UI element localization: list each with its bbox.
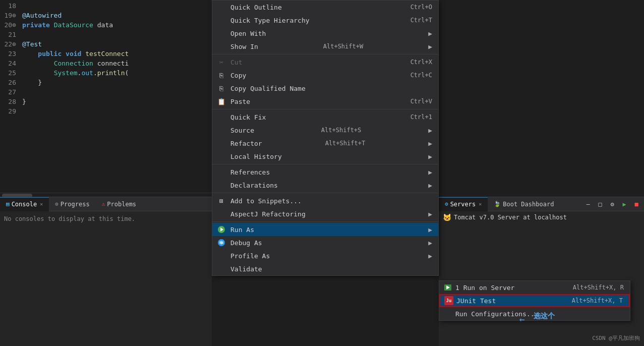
menu-item-refactor[interactable]: Refactor Alt+Shift+T ▶ xyxy=(212,137,438,150)
server-entry: 🐱 Tomcat v7.0 Server at localhost xyxy=(439,211,644,223)
code-content: @Autowired private DataSource data @Test… xyxy=(20,0,212,116)
tab-problems[interactable]: ⚠ Problems xyxy=(96,197,142,211)
run-label: 1 Run on Server xyxy=(455,284,514,292)
tomcat-icon: 🐱 xyxy=(443,213,451,221)
arrow-icon: ▶ xyxy=(428,252,432,260)
menu-label: AspectJ Refactoring xyxy=(230,210,306,218)
annotation-label: 选这个 xyxy=(534,312,555,321)
bottom-tabs: ▤ Console ✕ ⊙ Progress ⚠ Problems xyxy=(0,197,212,211)
menu-item-copy[interactable]: ⎘ Copy Ctrl+C xyxy=(212,69,438,82)
menu-item-add-to-snippets[interactable]: ⊞ Add to Snippets... xyxy=(212,194,438,207)
arrow-icon: ▶ xyxy=(428,140,432,147)
menu-label: Quick Type Hierarchy xyxy=(230,17,310,24)
tab-close-icon[interactable]: ✕ xyxy=(40,197,43,211)
arrow-icon: ▶ xyxy=(428,127,432,134)
copy-qualified-icon: ⎘ xyxy=(216,85,226,92)
stop-server-button[interactable]: ■ xyxy=(631,199,642,210)
menu-item-quick-fix[interactable]: Quick Fix Ctrl+1 xyxy=(212,110,438,124)
servers-icon: ⚙ xyxy=(445,197,448,211)
menu-item-quick-type-hierarchy[interactable]: Quick Type Hierarchy Ctrl+T xyxy=(212,14,438,27)
run-icon xyxy=(216,226,226,233)
menu-label: Copy xyxy=(230,72,246,79)
arrow-icon: ▶ xyxy=(428,43,432,50)
menu-label: Source xyxy=(230,127,254,134)
menu-item-aspectj[interactable]: AspectJ Refactoring ▶ xyxy=(212,207,438,220)
bottom-panel: ▤ Console ✕ ⊙ Progress ⚠ Problems No con… xyxy=(0,197,212,346)
menu-item-local-history[interactable]: Local History ▶ xyxy=(212,150,438,163)
console-icon: ▤ xyxy=(6,197,10,211)
menu-label: Open With xyxy=(230,30,266,37)
menu-item-cut[interactable]: ✂ Cut Ctrl+X xyxy=(212,55,438,69)
servers-panel: ⚙ Servers ✕ 🍃 Boot Dashboard — □ ⚙ ▶ ■ 🐱… xyxy=(439,197,644,346)
menu-label: Quick Outline xyxy=(230,4,282,11)
tab-servers-close[interactable]: ✕ xyxy=(479,197,482,211)
menu-item-run-as[interactable]: Run As ▶ xyxy=(212,223,438,236)
menu-label: Add to Snippets... xyxy=(230,197,302,205)
junit-label: JUnit Test xyxy=(456,297,496,305)
annotation-arrow: ← xyxy=(519,314,525,324)
menu-label: Cut xyxy=(230,59,242,66)
menu-item-show-in[interactable]: Show In Alt+Shift+W ▶ xyxy=(212,40,438,53)
menu-item-open-with[interactable]: Open With ▶ xyxy=(212,27,438,40)
snippet-icon: ⊞ xyxy=(216,197,226,205)
menu-item-quick-outline[interactable]: Quick Outline Ctrl+O xyxy=(212,1,438,14)
debug-icon xyxy=(216,239,226,246)
arrow-icon: ▶ xyxy=(428,239,432,247)
menu-label: References xyxy=(230,168,270,176)
problems-icon: ⚠ xyxy=(102,197,105,211)
run-server-button[interactable]: ▶ xyxy=(619,199,630,210)
menu-label: Copy Qualified Name xyxy=(230,85,306,92)
progress-icon: ⊙ xyxy=(55,197,58,211)
menu-label: Declarations xyxy=(230,182,278,189)
submenu-run-on-server[interactable]: 1 Run on Server Alt+Shift+X, R xyxy=(439,281,630,294)
settings-button[interactable]: ⚙ xyxy=(607,199,618,210)
tab-boot-dashboard[interactable]: 🍃 Boot Dashboard xyxy=(488,197,560,211)
tab-servers[interactable]: ⚙ Servers ✕ xyxy=(439,197,488,211)
menu-item-copy-qualified[interactable]: ⎘ Copy Qualified Name xyxy=(212,82,438,95)
run-config-icon xyxy=(443,309,452,318)
junit-icon: Ju xyxy=(444,296,453,305)
tab-console[interactable]: ▤ Console ✕ xyxy=(0,197,49,211)
menu-label: Validate xyxy=(230,265,262,273)
menu-separator-5 xyxy=(212,221,438,222)
run-config-label: Run Configurations... xyxy=(455,310,538,318)
arrow-icon: ▶ xyxy=(428,210,432,218)
tab-progress[interactable]: ⊙ Progress xyxy=(49,197,95,211)
arrow-icon: ▶ xyxy=(428,30,432,37)
menu-separator-2 xyxy=(212,109,438,109)
arrow-icon: ▶ xyxy=(428,153,432,160)
menu-label: Show In xyxy=(230,43,258,50)
svg-rect-5 xyxy=(220,241,222,245)
menu-item-source[interactable]: Source Alt+Shift+S ▶ xyxy=(212,124,438,137)
menu-label: Refactor xyxy=(230,140,262,147)
menu-separator-3 xyxy=(212,164,438,164)
menu-item-debug-as[interactable]: Debug As ▶ xyxy=(212,236,438,249)
menu-separator-4 xyxy=(212,193,438,193)
menu-item-validate[interactable]: Validate xyxy=(212,262,438,275)
servers-actions: — □ ⚙ ▶ ■ xyxy=(582,199,644,210)
paste-icon: 📋 xyxy=(216,98,226,105)
csdn-watermark: CSDN @平凡加班狗 xyxy=(592,334,640,342)
menu-label: Paste xyxy=(230,98,250,105)
servers-tabs-left: ⚙ Servers ✕ 🍃 Boot Dashboard xyxy=(439,197,560,211)
menu-label: Profile As xyxy=(230,252,270,260)
bottom-content: No consoles to display at this time. xyxy=(0,211,212,226)
boot-icon: 🍃 xyxy=(494,197,501,211)
menu-item-profile-as[interactable]: Profile As ▶ xyxy=(212,249,438,262)
context-menu: Quick Outline Ctrl+O Quick Type Hierarch… xyxy=(212,0,439,276)
server-run-icon xyxy=(443,283,452,292)
copy-icon: ⎘ xyxy=(216,72,226,79)
arrow-icon: ▶ xyxy=(428,226,432,234)
menu-item-paste[interactable]: 📋 Paste Ctrl+V xyxy=(212,95,438,108)
maximize-button[interactable]: □ xyxy=(595,199,606,210)
minimize-button[interactable]: — xyxy=(582,199,594,210)
arrow-icon: ▶ xyxy=(428,168,432,176)
menu-label: Run As xyxy=(230,226,254,234)
menu-item-declarations[interactable]: Declarations ▶ xyxy=(212,179,438,192)
menu-label: Debug As xyxy=(230,239,262,247)
submenu-junit-test[interactable]: Ju JUnit Test Alt+Shift+X, T xyxy=(439,294,630,307)
servers-tabs: ⚙ Servers ✕ 🍃 Boot Dashboard — □ ⚙ ▶ ■ xyxy=(439,197,644,211)
cut-icon: ✂ xyxy=(216,59,226,66)
menu-label: Local History xyxy=(230,153,282,160)
menu-item-references[interactable]: References ▶ xyxy=(212,165,438,179)
